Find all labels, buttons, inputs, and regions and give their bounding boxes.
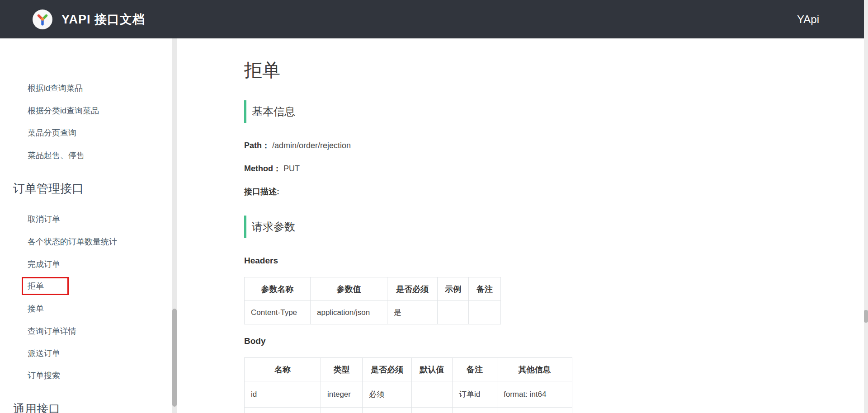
cell-param-name: Content-Type [245, 301, 311, 324]
sidebar-scrollbar-track[interactable] [172, 38, 177, 413]
method-line: Method： PUT [244, 163, 864, 174]
cell-required: 是 [387, 301, 438, 324]
description-label: 接口描述: [244, 187, 279, 196]
page-title: 拒单 [244, 57, 864, 83]
description-line: 接口描述: [244, 186, 864, 197]
yapi-logo-glyph [35, 12, 50, 27]
sidebar-section-order-management[interactable]: 订单管理接口 [13, 181, 84, 196]
sidebar-nav: 根据id查询菜品 根据分类id查询菜品 菜品分页查询 菜品起售、停售 订单管理接… [0, 38, 172, 413]
sidebar-item-dish-start-stop-sale[interactable]: 菜品起售、停售 [28, 150, 85, 161]
body-table: 名称 类型 是否必须 默认值 备注 其他信息 id integer 必须 订单i… [244, 357, 572, 413]
doc-content-area: 拒单 基本信息 Path： /admin/order/rejection Met… [177, 38, 864, 413]
sidebar-section-common-api[interactable]: 通用接口 [13, 401, 60, 413]
sidebar-item-cancel-order[interactable]: 取消订单 [28, 214, 60, 225]
method-label: Method： [244, 164, 281, 173]
headers-table-label: Headers [244, 255, 864, 267]
cell-required: 必须 [363, 381, 412, 408]
top-header-bar: YAPI 接口文档 YApi [0, 0, 864, 38]
column-header: 默认值 [412, 358, 453, 381]
column-header: 是否必须 [387, 277, 438, 301]
yapi-nav-link[interactable]: YApi [797, 13, 819, 26]
page-scrollbar-track[interactable] [864, 0, 868, 413]
column-header: 名称 [245, 358, 321, 381]
path-value: /admin/order/rejection [272, 141, 351, 150]
path-line: Path： /admin/order/rejection [244, 140, 864, 151]
cell-remark [469, 301, 501, 324]
column-header: 示例 [438, 277, 469, 301]
headers-table-row: Content-Type application/json 是 [245, 301, 501, 324]
column-header: 参数值 [311, 277, 387, 301]
column-header: 参数名称 [245, 277, 311, 301]
method-value: PUT [283, 164, 300, 173]
path-label: Path： [244, 141, 270, 150]
sidebar-item-complete-order[interactable]: 完成订单 [28, 259, 60, 270]
cell-default [412, 381, 453, 408]
app-title: YAPI 接口文档 [61, 11, 145, 28]
cell-example [438, 301, 469, 324]
section-heading-basic-info: 基本信息 [244, 100, 864, 123]
cell-type: integer [321, 381, 363, 408]
sidebar-item-accept-order[interactable]: 接单 [28, 303, 44, 314]
cell-param-value: application/json [311, 301, 387, 324]
headers-table-header-row: 参数名称 参数值 是否必须 示例 备注 [245, 277, 501, 301]
body-table-label: Body [244, 335, 864, 347]
column-header: 其他信息 [497, 358, 572, 381]
column-header: 备注 [453, 358, 497, 381]
column-header: 类型 [321, 358, 363, 381]
sidebar-item-query-dish-by-category[interactable]: 根据分类id查询菜品 [28, 105, 99, 116]
column-header: 是否必须 [363, 358, 412, 381]
body-table-header-row: 名称 类型 是否必须 默认值 备注 其他信息 [245, 358, 572, 381]
sidebar-item-dish-page-query[interactable]: 菜品分页查询 [28, 127, 76, 138]
sidebar-item-query-order-detail[interactable]: 查询订单详情 [28, 326, 76, 337]
body-table-row-clipped [245, 408, 572, 413]
yapi-logo-icon[interactable] [33, 9, 52, 29]
body-table-row: id integer 必须 订单id format: int64 [245, 381, 572, 408]
sidebar-scrollbar-thumb[interactable] [172, 309, 177, 407]
section-heading-request-params: 请求参数 [244, 216, 864, 238]
column-header: 备注 [469, 277, 501, 301]
sidebar-item-reject-order[interactable]: 拒单 [28, 281, 44, 291]
cell-remark: 订单id [453, 381, 497, 408]
page-scrollbar-thumb[interactable] [864, 310, 868, 323]
headers-table: 参数名称 参数值 是否必须 示例 备注 Content-Type applica… [244, 277, 501, 324]
sidebar-item-order-search[interactable]: 订单搜索 [28, 370, 60, 381]
sidebar-item-query-dish-by-id[interactable]: 根据id查询菜品 [28, 83, 83, 94]
cell-name: id [245, 381, 321, 408]
sidebar-item-order-status-stats[interactable]: 各个状态的订单数量统计 [28, 236, 117, 247]
cell-other: format: int64 [497, 381, 572, 408]
sidebar-item-deliver-order[interactable]: 派送订单 [28, 348, 60, 359]
